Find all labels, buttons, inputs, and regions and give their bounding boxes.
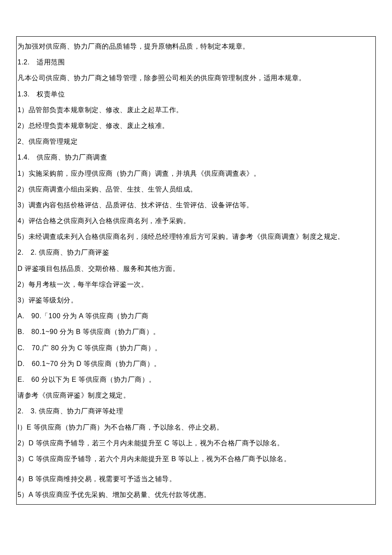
body-text: 2）供应商调查小组由采购、品管、生技、生管人员组成。: [17, 181, 375, 197]
list-item: A. 90.「100 分为 A 等供应商（协力厂商: [17, 308, 375, 324]
content-box: 为加强对供应商、协力厂商的品质辅导，提升原物料品质，特制定本规章。 1.2. 适…: [16, 36, 376, 505]
body-text: 2）每月考核一次，每半年综合评鉴一次。: [17, 276, 375, 292]
body-text: 2）总经理负责本规章制定、修改、废止之核准。: [17, 118, 375, 134]
body-text: I）E 等供应商（协力厂商）为不合格厂商，予以除名、停止交易。: [17, 419, 375, 435]
list-item: E. 60 分以下为 E 等供应商（协力厂商）。: [17, 372, 375, 387]
section-heading: 1.2. 适用范围: [17, 54, 375, 70]
section-heading: 1.3. 权责单位: [17, 86, 375, 102]
body-text: 3）C 等供应商应予辅导，若六个月内未能提升至 B 等以上，视为不合格厂商予以除…: [17, 451, 375, 467]
body-text: 1）实施采购前，应办理供应商（协力厂商）调查，并填具《供应商调查表》。: [17, 166, 375, 181]
body-text: D 评鉴项目包括品质、交期价格、服务和其他方面。: [17, 261, 375, 276]
section-heading: 2. 2. 供应商、协力厂商评鉴: [17, 244, 375, 260]
document-page: 为加强对供应商、协力厂商的品质辅导，提升原物料品质，特制定本规章。 1.2. 适…: [0, 0, 392, 555]
body-text: 1）品管部负责本规章制定、修改、废止之起草工作。: [17, 102, 375, 118]
body-text: 2）D 等供应商予辅导，若三个月内未能提升至 C 等以上，视为不合格厂商予以除名…: [17, 435, 375, 451]
body-text: 4）B 等供应商维持交易，视需要可予适当之辅导。: [17, 471, 375, 487]
list-item: D. 60.1~70 分为 D 等供应商（协力厂商）。: [17, 356, 375, 372]
body-text: 4）评估合格之供应商列入合格供应商名列，准予采购。: [17, 213, 375, 229]
section-heading: 2. 3. 供应商、协力厂商评等处理: [17, 403, 375, 419]
list-item: B. 80.1~90 分为 B 等供应商（协力厂商）。: [17, 324, 375, 340]
body-text: 请参考《供应商评鉴》制度之规定。: [17, 387, 375, 403]
body-text: 3）评鉴等级划分。: [17, 292, 375, 308]
list-item: C. 70.广 80 分为 C 等供应商（协力厂商）。: [17, 340, 375, 356]
body-text: 3）调查内容包括价格评估、品质评估、技术评估、生管评估、设备评估等。: [17, 197, 375, 213]
body-text: 5）A 等供应商应予优先采购、增加交易量、优先付款等优惠。: [17, 487, 375, 503]
body-text: 为加强对供应商、协力厂商的品质辅导，提升原物料品质，特制定本规章。: [17, 38, 375, 54]
section-heading: 2、供应商管理规定: [17, 134, 375, 149]
section-heading: 1.4. 供应商、协力厂商调查: [17, 149, 375, 165]
body-text: 凡本公司供应商、协力厂商之辅导管理，除参照公司相关的供应商管理制度外，适用本规章…: [17, 70, 375, 86]
body-text: 5）未经调查或未列入合格供应商名列，须经总经理特准后方可采购。请参考《供应商调查…: [17, 229, 375, 244]
